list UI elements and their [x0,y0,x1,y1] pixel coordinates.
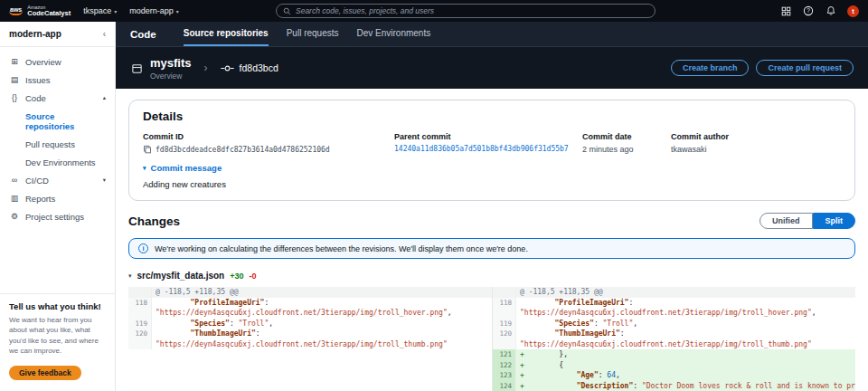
create-pull-request-button[interactable]: Create pull request [756,60,854,76]
commit-message-text: Adding new creatures [143,179,841,189]
sidebar-item-project-settings[interactable]: ⚙Project settings [0,207,115,225]
workspace-selector[interactable]: tkspace ▾ [83,6,117,15]
commit-meta: Commit ID fd8d3bcddeadce8dfc827b3614a0d4… [143,132,841,154]
commit-message-expander[interactable]: ▾ Commit message [143,163,841,173]
diff-line-content: + }, [516,349,855,360]
sidebar-collapse-icon[interactable]: ‹ [103,29,106,39]
line-number: 122 [493,360,516,371]
diff-line-content: + "Description": "Doctor Doom loves rock… [516,381,855,391]
parent-commit-link[interactable]: 14240a11d836b05a7d501b8bf43db906f31d55b7 [394,145,569,153]
settings-icon: ⚙ [9,212,20,221]
diff-pane-new: @ -118,5 +118,35 @@118 "ProfileImageUri"… [492,287,855,391]
diff-line-content: "https://deyn4asqcu6xj.cloudfront.net/3t… [516,339,855,350]
section-title: Code [130,29,156,40]
notifications-bell-icon[interactable] [825,5,837,17]
search-input[interactable] [296,6,648,15]
diff-hunk-header: @ -118,5 +118,35 @@ [128,287,492,298]
project-name: modern-app [129,6,174,15]
create-branch-button[interactable]: Create branch [671,60,750,76]
deletions-count: -0 [250,272,257,281]
tab-pull-requests[interactable]: Pull requests [287,22,339,46]
line-number: 119 [128,319,152,329]
unified-view-button[interactable]: Unified [760,213,813,229]
diff-line-content: @ -118,5 +118,35 @@ [152,287,492,298]
line-number [128,308,152,319]
global-search[interactable] [276,4,656,18]
breadcrumb-separator: › [204,62,208,74]
split-diff-view: @ -118,5 +118,35 @@118 "ProfileImageUri"… [128,287,855,391]
sidebar-item-label: Code [25,93,46,103]
sidebar-item-label: CI/CD [25,176,49,186]
sidebar-item-label: Reports [25,194,55,204]
sidebar-item-label: Issues [25,75,50,85]
diff-row: 121+ }, [493,349,855,360]
sidebar-item-source-repositories[interactable]: Source repositories [0,107,115,135]
diff-line-content: "ThumbImageUri": [516,329,855,339]
diff-line-content: "Species": "Troll", [152,319,492,329]
project-selector[interactable]: modern-app ▾ [129,6,179,15]
commit-date-value: 2 minutes ago [582,145,671,154]
line-number [493,287,516,298]
brand-codecatalyst: CodeCatalyst [27,10,71,17]
code-tab-bar: Code Source repositoriesPull requestsDev… [116,22,868,46]
sidebar-item-label: Source repositories [25,111,106,131]
sidebar-nav: ⊞Overview▤Issues{}Code▴Source repositori… [0,47,115,231]
user-avatar[interactable]: t [847,5,859,17]
sidebar-item-dev-environments[interactable]: Dev Environments [0,153,115,171]
sidebar-item-ci-cd[interactable]: ∞CI/CD▾ [0,171,115,189]
diff-line-content: "ProfileImageUri": [516,298,855,309]
diff-line-content: "Species": "Troll", [516,319,855,329]
file-name: src/mysfit_data.json [137,271,225,281]
commit-date-label: Commit date [582,132,671,141]
details-card: Details Commit ID fd8d3bcddeadce8dfc827b… [128,100,855,201]
diff-row: 124+ "Description": "Doctor Doom loves r… [493,381,855,391]
diff-line-content: "ThumbImageUri": [152,329,492,339]
diff-line-content: "https://deyn4asqcu6xj.cloudfront.net/3t… [152,308,492,319]
chevron-down-icon: ▾ [176,8,179,14]
commit-author-label: Commit author [671,132,729,141]
file-diff-header[interactable]: ▾ src/mysfit_data.json +30 -0 [128,271,855,281]
line-number [128,287,152,298]
sidebar-project-name: modern-app [9,29,61,39]
sidebar-item-overview[interactable]: ⊞Overview [0,52,115,71]
copy-icon[interactable] [143,145,152,154]
line-number: 118 [493,298,516,309]
reports-icon: ▥ [9,194,20,203]
sidebar-item-label: Project settings [25,212,84,222]
sidebar-item-reports[interactable]: ▥Reports [0,189,115,207]
changes-title: Changes [128,215,180,228]
sidebar-item-issues[interactable]: ▤Issues [0,71,115,89]
parent-commit-label: Parent commit [394,132,582,141]
repo-name-link[interactable]: mysfits [150,56,192,70]
split-view-button[interactable]: Split [813,213,856,229]
app-switcher-icon[interactable] [779,5,792,17]
diff-row: "https://deyn4asqcu6xj.cloudfront.net/3t… [493,339,855,350]
sidebar-item-code[interactable]: {}Code▴ [0,89,115,107]
repo-subtitle: Overview [150,72,192,81]
commit-author-value: tkawasaki [671,145,729,154]
overview-icon: ⊞ [9,57,20,66]
line-number: 120 [493,329,516,339]
diff-row: 119 "Species": "Troll", [493,319,855,329]
code-icon: {} [9,93,20,102]
brand-text: Amazon CodeCatalyst [27,5,71,17]
commit-short-id: fd8d3bcd [240,62,278,73]
sidebar-item-pull-requests[interactable]: Pull requests [0,135,115,153]
feedback-title: Tell us what you think! [9,301,106,311]
diff-line-content: + "Age": 64, [516,370,855,381]
line-number [128,339,152,350]
line-number [493,339,516,350]
diff-row: 123+ "Age": 64, [493,370,855,381]
repository-icon [130,62,143,74]
diff-line-content: "ProfileImageUri": [152,298,492,309]
info-alert: i We're working on calculating the diffe… [128,238,855,259]
repository-header: mysfits Overview › fd8d3bcd Create branc… [116,46,868,89]
diff-row: "https://deyn4asqcu6xj.cloudfront.net/3t… [493,308,855,319]
line-number [493,308,516,319]
diff-row: 120 "ThumbImageUri": [493,329,855,339]
tab-dev-environments[interactable]: Dev Environments [356,22,430,46]
help-icon[interactable]: ? [802,5,815,17]
codecatalyst-home-link[interactable]: aws Amazon CodeCatalyst [9,5,71,17]
give-feedback-button[interactable]: Give feedback [9,366,81,380]
tab-source-repositories[interactable]: Source repositories [184,22,269,46]
